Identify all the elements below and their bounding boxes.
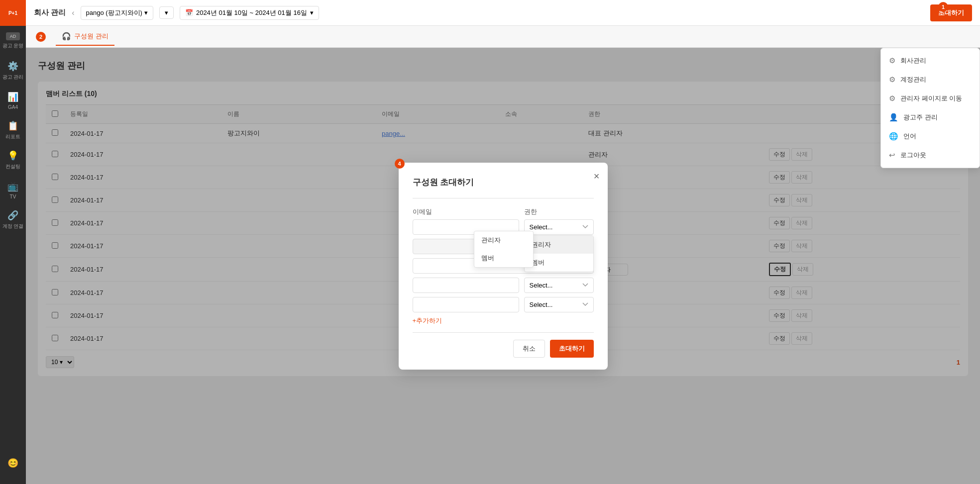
top-right-dropdown: ⚙ 회사관리 ⚙ 계정관리 ⚙ 관리자 페이지로 이동 👤 광고주 관리 🌐 언… (880, 48, 980, 168)
link-icon: 🔗 (7, 210, 18, 221)
report-icon: 📋 (7, 120, 18, 131)
modal-cancel-button[interactable]: 취소 (513, 340, 545, 358)
email-input-4[interactable] (413, 278, 519, 293)
badge-4: 4 (395, 159, 405, 169)
ad-badge: AD (6, 32, 20, 40)
top-header: 회사 관리 ‹ pango (팡고지와이) ▾ ▾ 📅 2024년 01월 10… (26, 0, 980, 26)
sidebar: P+1 AD 광고 운영 ⚙️ 광고 관리 📊 GA4 📋 리포트 💡 컨설팅 … (0, 0, 26, 484)
badge-2: 2 (36, 32, 46, 42)
badge-1: 1 (938, 2, 948, 12)
modal-divider (413, 198, 594, 198)
gear-icon: ⚙️ (7, 61, 18, 72)
tab-member-manage[interactable]: 🎧 구성원 관리 (56, 28, 114, 46)
chart-icon: 📊 (7, 92, 18, 102)
sidebar-item-account[interactable]: 🔗 계정 연결 (0, 205, 26, 235)
main-content: 회사 관리 ‹ pango (팡고지와이) ▾ ▾ 📅 2024년 01월 10… (26, 0, 980, 484)
sidebar-item-label-tv: TV (10, 194, 16, 199)
sub-header: 2 🎧 구성원 관리 (26, 26, 980, 48)
tv-icon: 📺 (7, 181, 18, 192)
sidebar-logo[interactable]: P+1 (0, 0, 26, 26)
chevron-down-icon3: ▾ (310, 9, 314, 16)
page-content: 구성원 관리 맴버 리스트 (10) 등록일 이름 이메일 소속 권한 (26, 48, 980, 484)
sidebar-item-label-ga4: GA4 (8, 104, 18, 110)
dropdown-advertiser[interactable]: 👤 광고주 관리 (881, 108, 980, 127)
sidebar-item-label-ad: 광고 운영 (2, 42, 24, 49)
advertiser-icon: 👤 (889, 113, 898, 122)
header-chevron-icon: ‹ (72, 8, 74, 17)
account-icon: ⚙ (889, 75, 895, 84)
sidebar-item-ga4[interactable]: 📊 GA4 (0, 86, 26, 115)
admin-page-icon: ⚙ (889, 94, 895, 103)
modal-close-button[interactable]: × (594, 171, 600, 182)
tab-member-label: 구성원 관리 (74, 32, 109, 41)
add-more-link[interactable]: +추가하기 (413, 316, 594, 325)
modal-row-4: Select... 권리자 멤버 (413, 278, 594, 293)
extra-dropdown[interactable]: ▾ (159, 6, 174, 19)
date-range-picker[interactable]: 📅 2024년 01월 10일 ~ 2024년 01월 16일 ▾ (180, 6, 319, 20)
auth-dropdown-1: 권리자 멤버 (524, 235, 594, 272)
dropdown-account[interactable]: ⚙ 계정관리 (881, 70, 980, 89)
language-icon: 🌐 (889, 132, 898, 141)
chevron-down-icon: ▾ (144, 9, 148, 16)
auth-label: 권한 (524, 207, 594, 216)
invite-button[interactable]: 초대하기 (930, 4, 972, 21)
table-option-admin[interactable]: 관리자 (474, 231, 533, 249)
chevron-down-icon2: ▾ (165, 9, 168, 16)
headphone-icon: 🎧 (62, 32, 71, 41)
dropdown-logout[interactable]: ↩ 로그아웃 (881, 146, 980, 165)
logout-icon: ↩ (889, 151, 895, 160)
company-name: pango (팡고지와이) (86, 8, 142, 17)
table-option-member[interactable]: 멤버 (474, 249, 533, 267)
calendar-icon: 📅 (185, 9, 193, 16)
modal-footer-divider (413, 332, 594, 333)
sidebar-item-report[interactable]: 📋 리포트 (0, 115, 26, 145)
option-member-modal[interactable]: 멤버 (525, 254, 593, 272)
auth-select-5[interactable]: Select... 권리자 멤버 (524, 297, 594, 312)
sidebar-item-consulting[interactable]: 💡 컨설팅 (0, 145, 26, 175)
sidebar-item-label-report: 리포트 (5, 133, 20, 140)
sidebar-item-ad[interactable]: AD 광고 운영 (0, 26, 26, 56)
modal-label-row: 이메일 권한 (413, 207, 594, 216)
dropdown-admin-page[interactable]: ⚙ 관리자 페이지로 이동 (881, 89, 980, 108)
company-icon: ⚙ (889, 56, 895, 65)
user-icon: 😊 (7, 458, 18, 469)
modal-title: 구성원 초대하기 (413, 177, 594, 188)
email-input-5[interactable] (413, 297, 519, 312)
sidebar-item-label-ad-manage: 광고 관리 (2, 74, 24, 81)
email-label: 이메일 (413, 207, 519, 216)
table-role-dropdown: 관리자 멤버 (474, 231, 534, 268)
sidebar-item-ad-manage[interactable]: ⚙️ 광고 관리 (0, 56, 26, 86)
auth-select-4[interactable]: Select... 권리자 멤버 (524, 278, 594, 293)
dropdown-company[interactable]: ⚙ 회사관리 (881, 51, 980, 70)
sidebar-item-label-consulting: 컨설팅 (5, 163, 20, 170)
consulting-icon: 💡 (7, 150, 18, 161)
company-dropdown[interactable]: pango (팡고지와이) ▾ (81, 6, 153, 20)
sidebar-item-label-account: 계정 연결 (2, 223, 24, 230)
sidebar-item-tv[interactable]: 📺 TV (0, 175, 26, 205)
logo-text: P+1 (8, 10, 17, 16)
modal-invite-button[interactable]: 초대하기 (550, 340, 594, 358)
header-title: 회사 관리 (34, 8, 66, 17)
modal-row-5: Select... 권리자 멤버 (413, 297, 594, 312)
date-range-text: 2024년 01월 10일 ~ 2024년 01월 16일 (196, 8, 307, 17)
dropdown-language[interactable]: 🌐 언어 (881, 127, 980, 146)
option-admin-modal[interactable]: 권리자 (525, 236, 593, 254)
auth-select-1[interactable]: Select... 권리자 멤버 (524, 219, 594, 235)
modal-footer: 취소 초대하기 (413, 340, 594, 358)
sidebar-item-user[interactable]: 😊 (0, 448, 26, 478)
